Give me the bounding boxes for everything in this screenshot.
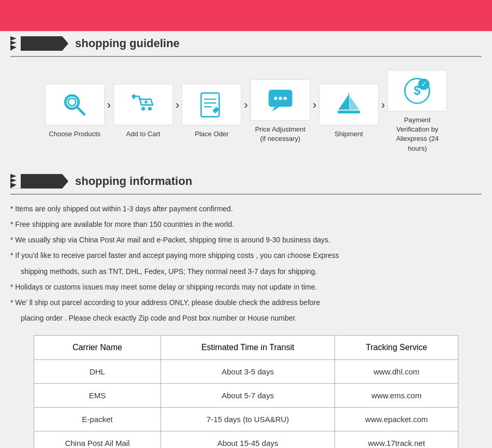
table-row: China Post Ail Mail About 15-45 days www… — [34, 431, 458, 448]
step-icon-box-2 — [113, 84, 173, 125]
tracking-dhl: www.dhl.com — [335, 360, 458, 384]
step-label-3: Place Oder — [195, 129, 228, 139]
info-line-3: * We usually ship via China Post Air mai… — [10, 234, 482, 247]
step-payment-verification: $ ✓ Payment Verification by Aliexpress (… — [387, 70, 447, 153]
shipping-table: Carrier Name Estimated Time in Transit T… — [34, 335, 458, 448]
info-line-4a: * If you'd like to receive parcel faster… — [10, 249, 482, 262]
carrier-dhl: DHL — [34, 360, 161, 384]
step-place-order: Place Oder — [182, 84, 241, 139]
svg-point-6 — [148, 107, 152, 110]
header-bar-decoration-2 — [10, 174, 62, 189]
payment-icon: $ ✓ — [403, 77, 431, 105]
table-row: E-packet 7-15 days (to USA&RU) www.epack… — [34, 408, 458, 431]
arrow-4: › — [313, 98, 316, 112]
col-carrier: Carrier Name — [34, 336, 161, 360]
table-row: EMS About 5-7 days www.ems.com — [34, 384, 458, 408]
svg-rect-22 — [337, 110, 360, 113]
table-row: DHL About 3-5 days www.dhl.com — [34, 360, 458, 384]
step-icon-box-4 — [251, 79, 310, 121]
arrow-2: › — [176, 98, 179, 112]
svg-point-1 — [68, 98, 76, 106]
svg-marker-20 — [338, 94, 349, 109]
svg-text:✓: ✓ — [421, 80, 427, 88]
tracking-epacket: www.epacket.com — [335, 408, 458, 431]
svg-point-18 — [279, 96, 282, 99]
info-line-5: * Holidays or customs issues may meet so… — [10, 281, 482, 294]
step-icon-box-6: $ ✓ — [387, 70, 447, 111]
guideline-steps: Choose Products › Add to Cart › — [0, 65, 492, 164]
step-label-5: Shipment — [335, 129, 363, 139]
carrier-chinapost: China Post Ail Mail — [34, 431, 161, 448]
step-shipment: Shipment — [319, 84, 379, 139]
info-line-4b: shipping methods, such as TNT, DHL, Fede… — [21, 265, 482, 278]
arrow-3: › — [244, 98, 248, 112]
step-choose-products: Choose Products — [45, 84, 105, 139]
table-header-row: Carrier Name Estimated Time in Transit T… — [34, 336, 458, 360]
info-section-header: shopping information — [10, 169, 482, 194]
cart-icon — [129, 91, 157, 119]
step-label-2: Add to Cart — [126, 129, 161, 139]
guideline-divider — [10, 56, 482, 57]
time-dhl: About 3-5 days — [161, 360, 335, 384]
tracking-chinapost: www.17track.net — [335, 431, 458, 448]
tracking-ems: www.ems.com — [335, 384, 458, 408]
carrier-epacket: E-packet — [34, 408, 161, 431]
info-line-6b: placing order . Please check exactly Zip… — [21, 312, 482, 325]
svg-point-5 — [141, 107, 145, 110]
guideline-section-header: shopping guideline — [10, 31, 482, 56]
guideline-title: shopping guideline — [75, 37, 180, 50]
step-label-1: Choose Products — [49, 129, 100, 139]
col-tracking: Tracking Service — [335, 336, 458, 360]
step-label-6: Payment Verification by Aliexpress (24 h… — [387, 115, 447, 153]
arrow-1: › — [107, 98, 111, 112]
svg-point-17 — [274, 96, 277, 99]
step-icon-box-1 — [45, 84, 105, 125]
svg-rect-10 — [201, 93, 220, 117]
step-label-4: Price Adjustment(if necessary) — [255, 125, 306, 143]
svg-point-19 — [283, 96, 286, 99]
step-price-adjustment: Price Adjustment(if necessary) — [251, 79, 310, 143]
time-chinapost: About 15-45 days — [161, 431, 335, 448]
info-divider — [10, 194, 482, 195]
header-bar-decoration — [10, 36, 62, 51]
step-add-to-cart: Add to Cart — [113, 84, 173, 139]
search-icon — [61, 91, 89, 119]
info-title: shopping information — [75, 175, 192, 188]
top-banner — [0, 0, 492, 31]
ship-icon — [335, 91, 363, 119]
info-line-1: * Items are only shipped out within 1-3 … — [10, 203, 482, 215]
time-ems: About 5-7 days — [161, 384, 335, 408]
form-icon — [197, 91, 226, 119]
info-line-2: * Free shipping are available for more t… — [10, 218, 482, 231]
svg-marker-16 — [272, 107, 280, 111]
chat-icon — [266, 86, 295, 114]
svg-marker-21 — [350, 96, 359, 110]
svg-line-2 — [77, 107, 84, 114]
time-epacket: 7-15 days (to USA&RU) — [161, 408, 335, 431]
arrow-5: › — [381, 98, 385, 112]
carrier-ems: EMS — [34, 384, 161, 408]
step-icon-box-5 — [319, 84, 379, 125]
info-line-6a: * We' ll ship out parcel according to yo… — [10, 296, 482, 309]
col-time: Estimated Time in Transit — [161, 336, 335, 360]
step-icon-box-3 — [182, 84, 241, 125]
info-section: * Items are only shipped out within 1-3 … — [0, 203, 492, 325]
